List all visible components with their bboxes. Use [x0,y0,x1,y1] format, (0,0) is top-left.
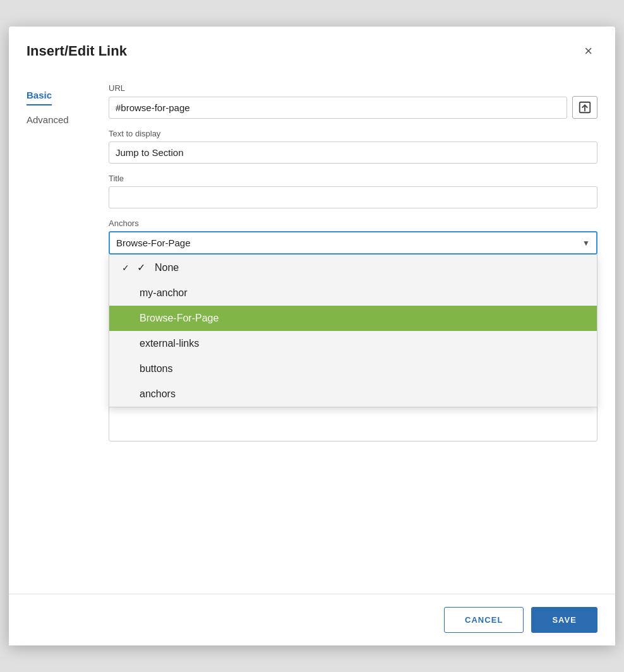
close-button[interactable]: × [579,42,597,61]
dropdown-item-label: buttons [140,363,172,375]
modal-footer: CANCEL SAVE [9,594,615,645]
insert-edit-link-modal: Insert/Edit Link × Basic Advanced URL [9,27,615,645]
text-to-display-field-group: Text to display [109,129,597,164]
upload-icon [578,100,592,114]
modal-body: Basic Advanced URL [9,71,615,594]
dropdown-item-anchors[interactable]: anchors [109,381,597,407]
cancel-button[interactable]: CANCEL [444,607,524,633]
dropdown-item-browse-for-page[interactable]: Browse-For-Page [109,306,597,331]
form-area: URL Text to display [109,83,597,581]
anchors-field-group: Anchors Browse-For-Page ▼ ✓ None [109,219,597,255]
url-field-group: URL [109,83,597,119]
title-field-group: Title [109,174,597,208]
dropdown-item-my-anchor[interactable]: my-anchor [109,280,597,306]
anchors-select-display[interactable]: Browse-For-Page ▼ [109,231,597,255]
url-row [109,96,597,119]
modal-header: Insert/Edit Link × [9,27,615,71]
sidebar-item-basic[interactable]: Basic [27,86,52,105]
select-arrow-icon: ▼ [582,239,590,248]
custom-class-input[interactable] [109,404,597,441]
save-button[interactable]: SAVE [531,607,597,633]
modal-overlay: Insert/Edit Link × Basic Advanced URL [0,0,624,672]
dropdown-item-none[interactable]: ✓ None [109,255,597,280]
dropdown-item-label: None [155,262,179,273]
url-label: URL [109,83,597,93]
anchors-label: Anchors [109,219,597,228]
dropdown-item-external-links[interactable]: external-links [109,331,597,356]
anchors-dropdown-wrapper: Browse-For-Page ▼ ✓ None my-anchor [109,231,597,255]
dropdown-item-label: my-anchor [140,287,188,299]
check-icon: ✓ [137,261,150,273]
text-to-display-label: Text to display [109,129,597,138]
dropdown-item-buttons[interactable]: buttons [109,356,597,381]
dropdown-item-label: anchors [140,388,176,400]
sidebar-item-advanced[interactable]: Advanced [27,111,109,129]
dropdown-item-label: external-links [140,338,199,349]
sidebar: Basic Advanced [27,83,109,581]
title-label: Title [109,174,597,183]
dropdown-item-label: Browse-For-Page [140,313,219,324]
browse-button[interactable] [572,96,597,119]
text-to-display-input[interactable] [109,141,597,164]
url-input[interactable] [109,97,567,119]
title-input[interactable] [109,186,597,208]
anchors-dropdown-list: ✓ None my-anchor Browse-For-Page [109,255,597,407]
modal-title: Insert/Edit Link [27,43,127,59]
